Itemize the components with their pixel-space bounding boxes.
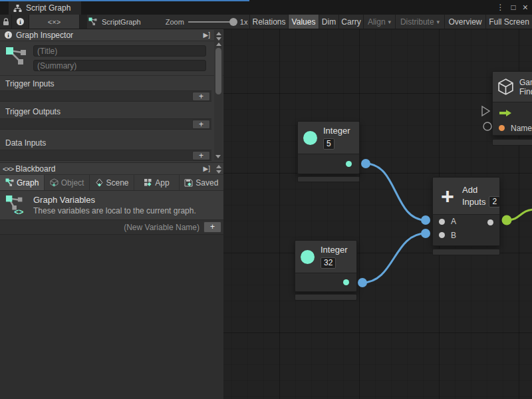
node-title: Integer [323, 126, 350, 136]
flow-arrow-icon[interactable] [499, 109, 512, 117]
tab-script-graph[interactable]: Script Graph [9, 1, 81, 15]
trigger-inputs-list: + [0, 90, 211, 102]
integer-value-field[interactable]: 5 [323, 138, 334, 150]
wire-endpoint[interactable] [421, 229, 430, 238]
distribute-button[interactable]: Distribute▾ [396, 15, 445, 29]
node-gameobject-find[interactable]: GameObject Find Name [492, 71, 532, 146]
blackboard-scroll-arrows[interactable] [214, 163, 223, 176]
add-data-input-button[interactable]: + [192, 151, 210, 160]
wire-endpoint[interactable] [361, 159, 370, 168]
lock-button[interactable] [0, 15, 12, 29]
value-input-port[interactable] [483, 122, 491, 130]
values-button[interactable]: Values [289, 15, 319, 29]
wire-integer2-to-b[interactable] [362, 233, 426, 283]
graph-tab-icon [5, 178, 14, 187]
flow-input-port[interactable] [482, 106, 489, 116]
name-input-port[interactable] [499, 125, 505, 131]
wire-integer1-to-a[interactable] [366, 164, 426, 220]
blackboard-header: <×> Blackboard ▶] [0, 162, 223, 175]
tab-scene[interactable]: Scene [90, 175, 134, 190]
add-trigger-output-button[interactable]: + [192, 120, 210, 129]
zoom-slider-knob[interactable] [229, 18, 237, 26]
node-title: GameObject [519, 78, 532, 87]
node-add[interactable]: + Add Inputs 2 A B [432, 177, 500, 255]
graph-title-input[interactable] [33, 45, 206, 57]
wire-add-output[interactable] [507, 209, 532, 220]
close-icon[interactable]: × [523, 2, 528, 13]
inspector-info-icon: i [5, 31, 12, 39]
output-port[interactable] [487, 219, 493, 225]
wire-endpoint[interactable] [502, 215, 512, 225]
zoom-label: Zoom [166, 18, 184, 26]
output-port[interactable] [343, 279, 349, 285]
input-port-b[interactable] [439, 232, 445, 238]
add-trigger-input-button[interactable]: + [192, 92, 210, 101]
overview-button[interactable]: Overview [445, 15, 486, 29]
info-button[interactable]: i [12, 15, 29, 29]
graph-variables-icon: <> [5, 195, 27, 216]
scene-tab-icon [95, 178, 104, 187]
scrollbar-up-icon[interactable] [216, 43, 221, 46]
input-port-a[interactable] [439, 219, 445, 225]
node-integer-1[interactable]: Integer 5 [297, 121, 360, 182]
tab-object[interactable]: Object [45, 175, 89, 190]
toolbar-spacer [80, 15, 87, 29]
add-node-icon: + [438, 186, 457, 206]
inspector-dock-icon[interactable]: ▶] [203, 31, 210, 39]
gameobject-cube-icon [497, 78, 515, 96]
graph-name: ScriptGraph [102, 18, 141, 26]
integer-type-icon [303, 131, 317, 145]
node-integer-2[interactable]: Integer 32 [295, 240, 357, 301]
port-name-label: Name [511, 124, 532, 133]
graph-summary-input[interactable] [33, 60, 206, 71]
tab-label: Script Graph [26, 3, 70, 13]
script-graph-icon [88, 17, 97, 26]
integer-type-icon [301, 250, 315, 264]
graph-canvas[interactable]: Integer 5 Integer 32 [223, 29, 532, 399]
node-subtitle: Find [519, 87, 532, 96]
wire-endpoint[interactable] [421, 215, 430, 225]
zoom-slider[interactable] [188, 21, 236, 23]
wire-endpoint[interactable] [358, 278, 367, 287]
add-variable-button[interactable]: + [203, 221, 221, 233]
tab-saved[interactable]: Saved [180, 175, 223, 190]
dim-button[interactable]: Dim [319, 15, 339, 29]
align-button[interactable]: Align▾ [364, 15, 396, 29]
app-tab-icon [144, 178, 152, 187]
relations-button[interactable]: Relations [250, 15, 289, 29]
scroll-up-icon[interactable] [216, 32, 221, 35]
new-variable-row: + [0, 220, 223, 235]
window-menu-icon[interactable]: ⋮ [497, 3, 505, 12]
new-variable-input[interactable] [2, 223, 203, 232]
node-title: Integer [321, 245, 347, 255]
graph-variables-block: <> Graph Variables These variables are l… [0, 191, 223, 220]
graph-reference-bar[interactable]: ScriptGraph Zoom 1x [87, 15, 250, 29]
object-tab-icon [50, 178, 59, 187]
inspector-scrollbar-thumb[interactable] [215, 48, 221, 94]
blackboard-dock-icon[interactable]: ▶] [203, 165, 210, 172]
section-trigger-outputs: Trigger Outputs [0, 102, 223, 118]
lock-icon [3, 18, 9, 26]
code-icon: <×> [48, 18, 61, 26]
tab-graph[interactable]: Graph [0, 175, 45, 190]
fullscreen-button[interactable]: Full Screen [486, 15, 532, 29]
maximize-icon[interactable]: □ [511, 3, 516, 12]
inspector-scrollbar[interactable] [214, 30, 223, 160]
graph-variables-title: Graph Variables [33, 195, 196, 205]
tab-app[interactable]: App [134, 175, 179, 190]
scrollbar-down-icon[interactable] [215, 155, 221, 158]
code-view-button[interactable]: <×> [29, 15, 80, 29]
section-data-inputs: Data Inputs [0, 130, 223, 150]
graph-inspector-icon [5, 45, 28, 72]
distribute-dropdown-icon: ▾ [437, 19, 440, 25]
scroll-down-icon[interactable] [216, 37, 221, 41]
output-port[interactable] [346, 161, 352, 167]
inputs-count-field[interactable]: 2 [489, 196, 500, 207]
graph-tab-icon [13, 4, 22, 13]
graph-inspector-panel: i Graph Inspector ▶] Trigger Inputs + Tr… [0, 29, 223, 399]
carry-button[interactable]: Carry [339, 15, 364, 29]
node-footer [492, 139, 532, 146]
blackboard-empty-area [0, 235, 223, 399]
port-b-label: B [451, 231, 456, 240]
integer-value-field[interactable]: 32 [321, 257, 336, 269]
